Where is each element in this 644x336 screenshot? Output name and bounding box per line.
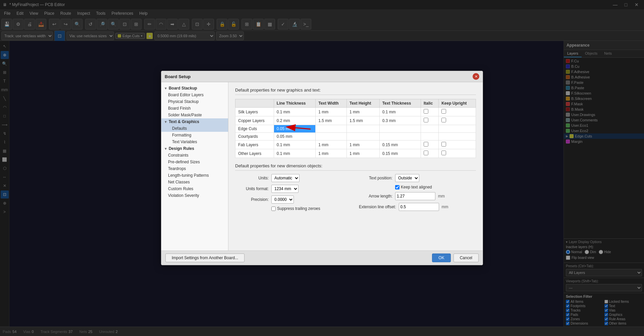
dim-col-left: Units: Automatic Units format: 1234 mm xyxy=(235,174,352,214)
dim-section-title: Default properties for new dimension obj… xyxy=(235,163,476,171)
ext-line-input[interactable] xyxy=(399,203,439,211)
table-row: Other Layers 0.1 mm 1 mm 1 mm 0.15 mm xyxy=(235,149,476,158)
row-fab-tw[interactable]: 1 mm xyxy=(316,141,347,149)
col-italic: Italic xyxy=(421,99,438,108)
tree-design-rules[interactable]: ▼ Design Rules xyxy=(161,145,228,152)
tree-teardrops[interactable]: Teardrops xyxy=(161,165,228,172)
col-text-width: Text Width xyxy=(316,99,347,108)
ok-button[interactable]: OK xyxy=(432,254,450,262)
tree-board-finish[interactable]: Board Finish xyxy=(161,105,228,112)
dim-col-right: Text position: Outside Keep text aligned xyxy=(359,174,476,214)
row-edge-th[interactable] xyxy=(346,125,379,133)
row-copper-th[interactable]: 1.5 mm xyxy=(346,116,379,125)
row-other-name: Other Layers xyxy=(235,149,274,158)
ext-line-label: Extension line offset: xyxy=(359,205,396,209)
row-other-italic[interactable] xyxy=(421,149,438,158)
col-name xyxy=(235,99,274,108)
arrow-length-row: Arrow length: mm xyxy=(359,192,476,200)
dim-form-wrapper: Units: Automatic Units format: 1234 mm xyxy=(235,174,476,214)
tree-formatting[interactable]: Formatting xyxy=(161,132,228,138)
row-courtyard-th[interactable] xyxy=(346,133,379,141)
arrow-length-input[interactable] xyxy=(395,192,435,200)
dialog-close-button[interactable]: ✕ xyxy=(473,73,479,80)
row-silk-tw[interactable]: 1 mm xyxy=(316,108,347,116)
units-label: Units: xyxy=(235,176,269,180)
units-row: Units: Automatic xyxy=(235,174,352,182)
row-edge-name: Edge Cuts xyxy=(235,125,274,133)
row-copper-lt[interactable]: 0.2 mm xyxy=(274,116,315,125)
row-silk-th[interactable]: 1 mm xyxy=(346,108,379,116)
tree-constraints[interactable]: Constraints xyxy=(161,152,228,159)
precision-select[interactable]: 0.0000 xyxy=(271,195,294,204)
expand-icon: ▼ xyxy=(164,87,167,90)
keep-text-check[interactable]: Keep text aligned xyxy=(395,185,432,189)
suppress-zeros-row: Suppress trailing zeroes xyxy=(235,206,352,211)
tree-defaults[interactable]: Defaults xyxy=(161,125,228,132)
text-pos-select[interactable]: Outside xyxy=(395,174,419,182)
row-edge-italic xyxy=(421,125,438,133)
tree-physical-stackup[interactable]: Physical Stackup xyxy=(161,98,228,105)
units-format-row: Units format: 1234 mm xyxy=(235,185,352,193)
row-edge-tt[interactable] xyxy=(379,125,421,133)
row-copper-name: Copper Layers xyxy=(235,116,274,125)
tree-violation-severity[interactable]: Violation Severity xyxy=(161,192,228,199)
row-copper-tw[interactable]: 1.5 mm xyxy=(316,116,347,125)
dialog-title: Board Setup xyxy=(165,74,191,79)
row-other-lt[interactable]: 0.1 mm xyxy=(274,149,315,158)
row-edge-upright xyxy=(439,125,476,133)
row-silk-name: Silk Layers xyxy=(235,108,274,116)
units-format-label: Units format: xyxy=(235,186,269,191)
table-row: Silk Layers 0.1 mm 1 mm 1 mm 0.1 mm xyxy=(235,108,476,116)
precision-label: Precision: xyxy=(235,197,269,202)
row-courtyard-lt[interactable]: 0.05 mm xyxy=(274,133,315,141)
tree-solder-mask[interactable]: Solder Mask/Paste xyxy=(161,112,228,118)
row-edge-lt[interactable]: 0.05 mm xyxy=(274,125,315,133)
tree-length-tuning[interactable]: Length-tuning Patterns xyxy=(161,172,228,179)
tree-custom-rules[interactable]: Custom Rules xyxy=(161,185,228,192)
suppress-zeros-check[interactable]: Suppress trailing zeroes xyxy=(271,206,320,211)
row-courtyard-tt[interactable] xyxy=(379,133,421,141)
row-edge-tw[interactable] xyxy=(316,125,347,133)
arrow-length-unit: mm xyxy=(438,194,445,199)
row-fab-upright[interactable] xyxy=(439,141,476,149)
tree-net-classes[interactable]: Net Classes xyxy=(161,179,228,185)
tree-predefined-sizes[interactable]: Pre-defined Sizes xyxy=(161,159,228,165)
arrow-length-label: Arrow length: xyxy=(359,194,392,199)
tree-board-stackup[interactable]: ▼ Board Stackup xyxy=(161,85,228,92)
row-fab-italic[interactable] xyxy=(421,141,438,149)
row-copper-italic[interactable] xyxy=(421,116,438,125)
row-other-tw[interactable]: 1 mm xyxy=(316,149,347,158)
dialog-footer: Import Settings from Another Board... OK… xyxy=(161,250,483,265)
tree-text-graphics[interactable]: ▼ Text & Graphics xyxy=(161,118,228,125)
modal-overlay: Board Setup ✕ ▼ Board Stackup Board Edit… xyxy=(0,0,644,336)
row-copper-tt[interactable]: 0.3 mm xyxy=(379,116,421,125)
footer-actions: OK Cancel xyxy=(432,254,479,262)
row-silk-italic[interactable] xyxy=(421,108,438,116)
row-copper-upright[interactable] xyxy=(439,116,476,125)
keep-text-row: Keep text aligned xyxy=(359,185,476,189)
tree-board-editor-layers[interactable]: Board Editor Layers xyxy=(161,92,228,98)
row-courtyard-tw[interactable] xyxy=(316,133,347,141)
import-settings-button[interactable]: Import Settings from Another Board... xyxy=(165,254,245,262)
table-row: Fab Layers 0.1 mm 1 mm 1 mm 0.15 mm xyxy=(235,141,476,149)
row-other-th[interactable]: 1 mm xyxy=(346,149,379,158)
units-select[interactable]: Automatic xyxy=(271,174,300,182)
col-keep-upright: Keep Upright xyxy=(439,99,476,108)
table-row-edge-cuts: Edge Cuts 0.05 mm xyxy=(235,125,476,133)
dialog-sidebar: ▼ Board Stackup Board Editor Layers Phys… xyxy=(161,82,228,250)
row-fab-th[interactable]: 1 mm xyxy=(346,141,379,149)
row-silk-lt[interactable]: 0.1 mm xyxy=(274,108,315,116)
row-silk-upright[interactable] xyxy=(439,108,476,116)
row-other-tt[interactable]: 0.15 mm xyxy=(379,149,421,158)
cancel-button[interactable]: Cancel xyxy=(453,254,479,262)
tree-text-variables[interactable]: Text Variables xyxy=(161,138,228,145)
dialog-body: ▼ Board Stackup Board Editor Layers Phys… xyxy=(161,82,483,250)
row-fab-lt[interactable]: 0.1 mm xyxy=(274,141,315,149)
row-silk-tt[interactable]: 0.1 mm xyxy=(379,108,421,116)
col-text-height: Text Height xyxy=(346,99,379,108)
units-format-select[interactable]: 1234 mm xyxy=(271,185,299,193)
row-other-upright[interactable] xyxy=(439,149,476,158)
ext-line-row: Extension line offset: mm xyxy=(359,203,476,211)
row-fab-tt[interactable]: 0.15 mm xyxy=(379,141,421,149)
row-courtyard-upright xyxy=(439,133,476,141)
